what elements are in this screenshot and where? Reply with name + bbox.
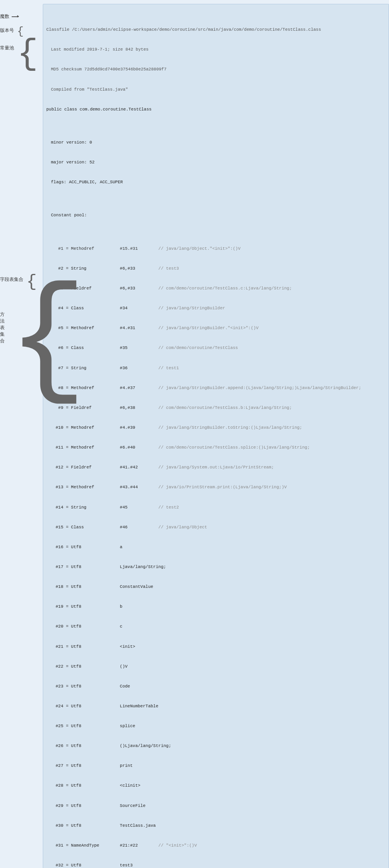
cp-entry-11: #11 = Methodref #6.#40 // com/demo/corou… (56, 444, 385, 451)
main-container: 魔数 版本号 { 常量池 { 字段表集合 { 方法表集合 { Classfile… (0, 4, 389, 868)
cp-entry-10: #10 = Methodref #4.#39 // java/lang/Stri… (56, 424, 385, 431)
cp-entry-31: #31 = NameAndType #21:#22 // "<init>":()… (56, 842, 385, 849)
cp-entry-24: #24 = Utf8 LineNumberTable (56, 703, 385, 710)
constant-pool-label: 常量池 { (0, 45, 38, 64)
constant-pool-header: Constant pool: (46, 212, 385, 219)
cp-entry-18: #18 = Utf8 ConstantValue (56, 584, 385, 590)
classfile-path: Classfile /C:/Users/admin/eclipse-worksp… (46, 26, 385, 33)
magic-label: 魔数 (0, 13, 19, 20)
cp-entry-22: #22 = Utf8 ()V (56, 663, 385, 670)
cp-entry-32: #32 = Utf8 test3 (56, 862, 385, 868)
cp-entry-19: #19 = Utf8 b (56, 603, 385, 610)
cp-entry-9: #9 = Fieldref #6,#38 // com/demo/corouti… (56, 405, 385, 411)
major-version: major version: 52 (46, 159, 385, 166)
cp-entry-8: #8 = Methodref #4.#37 // java/lang/Strin… (56, 385, 385, 391)
md5-checksum: MD5 checksum 72d5dd9cd7400e37546b0e25a28… (46, 66, 385, 73)
cp-entry-26: #26 = Utf8 ()Ljava/lang/String; (56, 743, 385, 749)
cp-entry-12: #12 = Fieldref #41.#42 // java/lang/Syst… (56, 464, 385, 471)
cp-entry-1: #1 = Methodref #15.#31 // java/lang/Obje… (56, 245, 385, 252)
compiled-from: Compiled from "TestClass.java" (46, 86, 385, 93)
cp-entry-6: #6 = Class #35 // com/demo/coroutine/Tes… (56, 345, 385, 351)
cp-entry-13: #13 = Methodref #43.#44 // java/io/Print… (56, 484, 385, 491)
labels-column: 魔数 版本号 { 常量池 { 字段表集合 { 方法表集合 { (0, 4, 43, 868)
cp-entry-25: #25 = Utf8 splice (56, 723, 385, 729)
class-declaration: public class com.demo.coroutine.TestClas… (46, 106, 385, 113)
cp-entry-4: #4 = Class #34 // java/lang/StringBuilde… (56, 305, 385, 312)
cp-entry-29: #29 = Utf8 SourceFile (56, 803, 385, 809)
cp-entry-23: #23 = Utf8 Code (56, 683, 385, 690)
cp-entry-16: #16 = Utf8 a (56, 544, 385, 551)
cp-entry-14: #14 = String #45 // test2 (56, 504, 385, 511)
constant-pool-entries: #1 = Methodref #15.#31 // java/lang/Obje… (46, 232, 385, 868)
cp-entry-7: #7 = String #36 // test1 (56, 365, 385, 372)
cp-entry-3: #3 = Fieldref #6,#33 // com/demo/corouti… (56, 285, 385, 292)
cp-entry-28: #28 = Utf8 <clinit> (56, 782, 385, 789)
cp-entry-17: #17 = Utf8 Ljava/lang/String; (56, 564, 385, 570)
minor-version: minor version: 0 (46, 139, 385, 146)
cp-entry-15: #15 = Class #46 // java/lang/Object (56, 524, 385, 531)
methods-label: 方法表集合 { (0, 311, 87, 371)
cp-entry-21: #21 = Utf8 <init> (56, 644, 385, 650)
bytecode-content: Classfile /C:/Users/admin/eclipse-worksp… (43, 4, 389, 868)
cp-entry-5: #5 = Methodref #4.#31 // java/lang/Strin… (56, 325, 385, 331)
cp-entry-2: #2 = String #6,#33 // test3 (56, 265, 385, 272)
cp-entry-20: #20 = Utf8 c (56, 623, 385, 630)
flags-line: flags: ACC_PUBLIC, ACC_SUPER (46, 179, 385, 186)
cp-entry-27: #27 = Utf8 print (56, 763, 385, 769)
cp-entry-30: #30 = Utf8 TestClass.java (56, 822, 385, 829)
last-modified: Last modified 2019-7-1; size 842 bytes (46, 46, 385, 53)
